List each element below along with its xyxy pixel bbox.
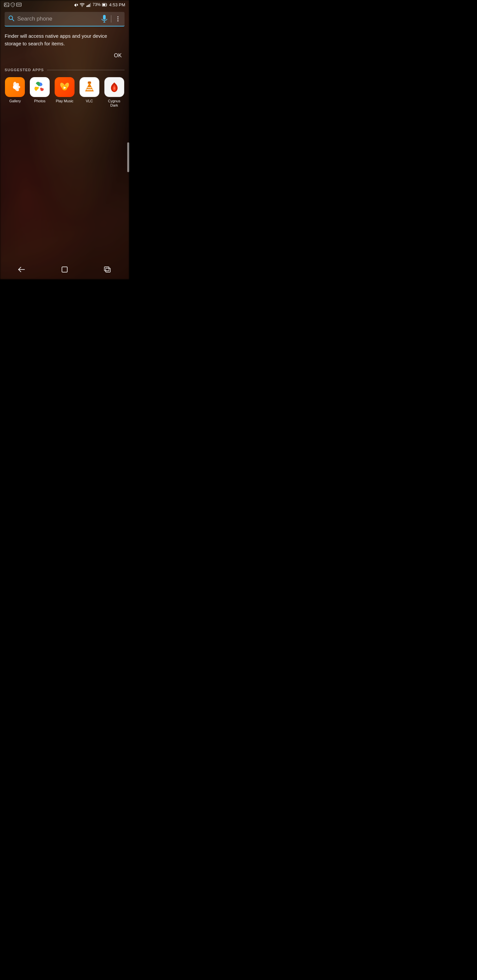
svg-point-23 xyxy=(117,20,119,22)
microphone-icon[interactable] xyxy=(101,14,108,23)
shield-icon: ✓ xyxy=(11,2,15,7)
app-item-vlc[interactable]: VLC xyxy=(79,77,100,103)
photos-app-label: Photos xyxy=(34,99,45,103)
app-item-gallery[interactable]: Gallery xyxy=(5,77,26,103)
svg-rect-0 xyxy=(4,3,9,6)
svg-rect-42 xyxy=(62,267,67,272)
svg-point-40 xyxy=(88,81,91,83)
app-item-cygnus[interactable]: Cygnus Dark xyxy=(104,77,124,108)
search-input[interactable] xyxy=(17,16,98,22)
ok-button[interactable]: OK xyxy=(111,51,124,60)
home-button[interactable] xyxy=(59,264,70,277)
svg-point-1 xyxy=(5,4,6,5)
vlc-app-label: VLC xyxy=(86,99,93,103)
svg-point-21 xyxy=(117,16,119,18)
back-button[interactable] xyxy=(15,264,28,277)
svg-rect-18 xyxy=(103,15,106,19)
svg-rect-11 xyxy=(88,5,88,7)
notice-text: Finder will access native apps and your … xyxy=(5,32,124,47)
cygnus-app-icon xyxy=(104,77,124,97)
notice-box: Finder will access native apps and your … xyxy=(5,32,124,47)
suggested-header: SUGGESTED APPS xyxy=(5,68,124,72)
svg-point-28 xyxy=(13,85,17,89)
signal-icon xyxy=(86,3,91,7)
more-options-icon[interactable] xyxy=(115,16,121,22)
extra-icon xyxy=(16,2,22,7)
mute-icon xyxy=(74,3,78,7)
gallery-app-icon xyxy=(5,77,25,97)
svg-point-22 xyxy=(117,18,119,19)
ok-button-row: OK xyxy=(5,51,124,60)
svg-rect-43 xyxy=(104,267,109,271)
svg-rect-44 xyxy=(106,268,110,272)
status-icons-left: ✓ xyxy=(4,2,22,7)
divider xyxy=(111,15,111,22)
scrollbar-indicator xyxy=(127,142,129,172)
status-icons-right: 73% 4:53 PM xyxy=(74,2,125,7)
wifi-icon xyxy=(80,3,85,7)
gallery-app-label: Gallery xyxy=(9,99,21,103)
svg-text:✓: ✓ xyxy=(12,4,14,6)
recents-button[interactable] xyxy=(101,264,114,277)
svg-line-17 xyxy=(12,19,14,21)
battery-icon xyxy=(102,3,107,6)
suggested-apps-section: SUGGESTED APPS Gallery xyxy=(5,68,124,108)
svg-rect-13 xyxy=(90,3,91,7)
time: 4:53 PM xyxy=(109,2,125,7)
svg-rect-15 xyxy=(103,4,105,6)
status-bar: ✓ xyxy=(0,0,129,9)
search-icon xyxy=(8,15,14,23)
cygnus-app-label: Cygnus Dark xyxy=(104,99,124,108)
playmusic-app-icon xyxy=(55,77,75,97)
battery-percent: 73% xyxy=(93,2,101,7)
svg-point-29 xyxy=(39,86,41,88)
svg-rect-12 xyxy=(89,4,90,7)
vlc-app-icon xyxy=(80,77,99,97)
svg-rect-10 xyxy=(86,6,88,7)
search-actions xyxy=(101,14,121,23)
search-bar[interactable] xyxy=(5,12,124,27)
app-item-photos[interactable]: Photos xyxy=(29,77,50,103)
image-icon xyxy=(4,3,9,7)
photos-app-icon xyxy=(30,77,50,97)
nav-bar xyxy=(0,262,129,280)
suggested-label: SUGGESTED APPS xyxy=(5,68,44,72)
playmusic-app-label: Play Music xyxy=(56,99,73,103)
apps-row: Gallery Photo xyxy=(5,77,124,108)
app-item-playmusic[interactable]: Play Music xyxy=(54,77,75,103)
svg-point-9 xyxy=(82,6,83,7)
